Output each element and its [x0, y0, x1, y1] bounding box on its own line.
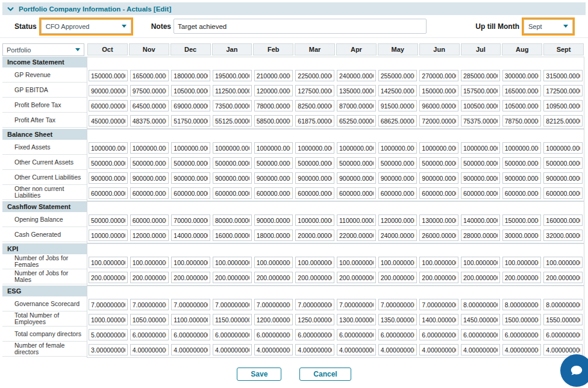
value-input[interactable]	[461, 314, 500, 325]
value-input[interactable]	[171, 70, 210, 81]
value-input[interactable]	[295, 344, 334, 355]
value-input[interactable]	[502, 85, 542, 96]
value-input[interactable]	[502, 344, 542, 355]
value-input[interactable]	[295, 329, 334, 340]
value-input[interactable]	[502, 329, 542, 340]
value-input[interactable]	[378, 100, 418, 111]
value-input[interactable]	[378, 214, 418, 226]
value-input[interactable]	[89, 230, 128, 241]
value-input[interactable]	[419, 344, 458, 355]
chat-widget-button[interactable]	[560, 354, 588, 387]
value-input[interactable]	[461, 70, 500, 81]
value-input[interactable]	[419, 157, 458, 169]
value-input[interactable]	[419, 85, 458, 96]
value-input[interactable]	[213, 230, 252, 241]
value-input[interactable]	[337, 257, 376, 268]
value-input[interactable]	[378, 115, 418, 127]
value-input[interactable]	[130, 187, 169, 199]
value-input[interactable]	[461, 329, 500, 340]
value-input[interactable]	[213, 70, 252, 81]
value-input[interactable]	[378, 299, 418, 310]
value-input[interactable]	[171, 172, 210, 184]
value-input[interactable]	[543, 115, 583, 127]
value-input[interactable]	[254, 85, 293, 96]
value-input[interactable]	[171, 329, 210, 340]
value-input[interactable]	[378, 172, 418, 184]
cancel-button[interactable]: Cancel	[299, 368, 351, 381]
value-input[interactable]	[89, 172, 128, 184]
value-input[interactable]	[419, 70, 458, 81]
value-input[interactable]	[502, 299, 542, 310]
value-input[interactable]	[130, 272, 169, 283]
value-input[interactable]	[337, 299, 376, 310]
value-input[interactable]	[89, 85, 128, 96]
value-input[interactable]	[543, 85, 583, 96]
value-input[interactable]	[337, 157, 376, 169]
value-input[interactable]	[130, 142, 169, 154]
value-input[interactable]	[295, 172, 334, 184]
value-input[interactable]	[213, 314, 252, 325]
value-input[interactable]	[337, 70, 376, 81]
value-input[interactable]	[254, 70, 293, 81]
value-input[interactable]	[378, 230, 418, 241]
value-input[interactable]	[502, 172, 542, 184]
value-input[interactable]	[89, 314, 128, 325]
value-input[interactable]	[543, 157, 583, 169]
value-input[interactable]	[419, 187, 458, 199]
value-input[interactable]	[502, 257, 542, 268]
value-input[interactable]	[337, 314, 376, 325]
value-input[interactable]	[254, 230, 293, 241]
value-input[interactable]	[130, 257, 169, 268]
value-input[interactable]	[461, 344, 500, 355]
value-input[interactable]	[295, 142, 334, 154]
value-input[interactable]	[543, 70, 583, 81]
value-input[interactable]	[419, 299, 458, 310]
value-input[interactable]	[543, 299, 583, 310]
value-input[interactable]	[502, 100, 542, 111]
value-input[interactable]	[461, 115, 500, 127]
value-input[interactable]	[461, 230, 500, 241]
value-input[interactable]	[543, 214, 583, 226]
value-input[interactable]	[461, 85, 500, 96]
value-input[interactable]	[171, 85, 210, 96]
value-input[interactable]	[89, 257, 128, 268]
value-input[interactable]	[130, 329, 169, 340]
value-input[interactable]	[254, 100, 293, 111]
value-input[interactable]	[213, 142, 252, 154]
value-input[interactable]	[295, 157, 334, 169]
portfolio-select[interactable]: Portfolio	[2, 43, 84, 56]
value-input[interactable]	[213, 157, 252, 169]
value-input[interactable]	[130, 115, 169, 127]
value-input[interactable]	[89, 329, 128, 340]
value-input[interactable]	[254, 142, 293, 154]
value-input[interactable]	[254, 157, 293, 169]
value-input[interactable]	[89, 115, 128, 127]
value-input[interactable]	[419, 272, 458, 283]
value-input[interactable]	[337, 172, 376, 184]
value-input[interactable]	[254, 314, 293, 325]
value-input[interactable]	[378, 314, 418, 325]
value-input[interactable]	[89, 272, 128, 283]
value-input[interactable]	[171, 314, 210, 325]
value-input[interactable]	[502, 157, 542, 169]
value-input[interactable]	[295, 85, 334, 96]
value-input[interactable]	[171, 142, 210, 154]
value-input[interactable]	[295, 100, 334, 111]
value-input[interactable]	[213, 329, 252, 340]
value-input[interactable]	[171, 115, 210, 127]
value-input[interactable]	[419, 257, 458, 268]
value-input[interactable]	[419, 329, 458, 340]
value-input[interactable]	[213, 187, 252, 199]
value-input[interactable]	[543, 329, 583, 340]
value-input[interactable]	[171, 230, 210, 241]
value-input[interactable]	[502, 142, 542, 154]
value-input[interactable]	[419, 214, 458, 226]
value-input[interactable]	[337, 142, 376, 154]
value-input[interactable]	[378, 272, 418, 283]
value-input[interactable]	[171, 257, 210, 268]
value-input[interactable]	[337, 115, 376, 127]
value-input[interactable]	[461, 157, 500, 169]
value-input[interactable]	[378, 157, 418, 169]
value-input[interactable]	[130, 230, 169, 241]
value-input[interactable]	[378, 142, 418, 154]
